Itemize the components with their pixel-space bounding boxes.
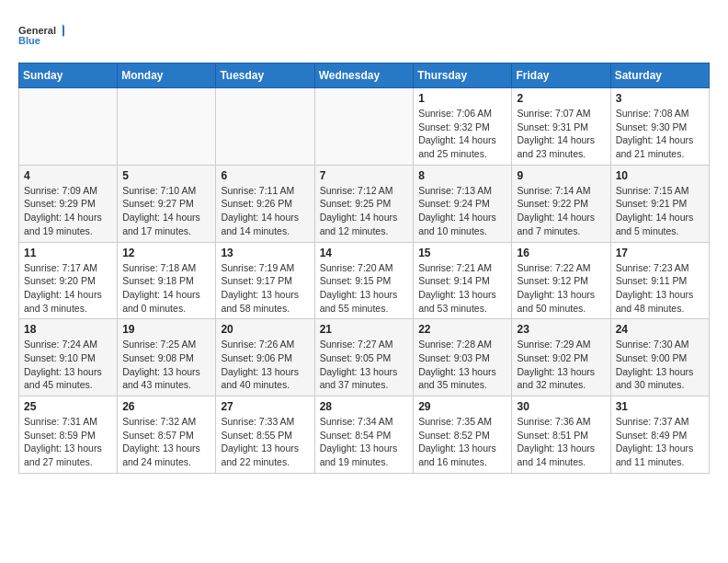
page-header: General Blue: [18, 18, 710, 55]
weekday-header-sunday: Sunday: [19, 63, 118, 88]
day-info: Sunrise: 7:08 AMSunset: 9:30 PMDaylight:…: [616, 107, 704, 161]
weekday-header-row: SundayMondayTuesdayWednesdayThursdayFrid…: [19, 63, 710, 88]
calendar-week-5: 25Sunrise: 7:31 AMSunset: 8:59 PMDayligh…: [19, 396, 710, 474]
day-number: 26: [122, 400, 210, 413]
day-number: 30: [517, 400, 605, 413]
calendar-cell: 9Sunrise: 7:14 AMSunset: 9:22 PMDaylight…: [512, 165, 610, 242]
weekday-header-monday: Monday: [118, 63, 216, 88]
calendar-week-1: 1Sunrise: 7:06 AMSunset: 9:32 PMDaylight…: [19, 88, 710, 166]
calendar-cell: 20Sunrise: 7:26 AMSunset: 9:06 PMDayligh…: [216, 319, 314, 396]
day-info: Sunrise: 7:14 AMSunset: 9:22 PMDaylight:…: [517, 184, 605, 238]
day-info: Sunrise: 7:26 AMSunset: 9:06 PMDaylight:…: [221, 338, 309, 392]
calendar-cell: [118, 88, 216, 166]
weekday-header-thursday: Thursday: [414, 63, 512, 88]
day-number: 9: [517, 169, 605, 182]
day-info: Sunrise: 7:07 AMSunset: 9:31 PMDaylight:…: [517, 107, 605, 161]
day-info: Sunrise: 7:29 AMSunset: 9:02 PMDaylight:…: [517, 338, 605, 392]
day-info: Sunrise: 7:24 AMSunset: 9:10 PMDaylight:…: [24, 338, 112, 392]
day-info: Sunrise: 7:37 AMSunset: 8:49 PMDaylight:…: [616, 415, 704, 469]
day-number: 12: [122, 247, 210, 259]
weekday-header-wednesday: Wednesday: [314, 63, 414, 88]
calendar-cell: 2Sunrise: 7:07 AMSunset: 9:31 PMDaylight…: [512, 88, 610, 166]
calendar-cell: 22Sunrise: 7:28 AMSunset: 9:03 PMDayligh…: [414, 319, 512, 396]
day-info: Sunrise: 7:34 AMSunset: 8:54 PMDaylight:…: [320, 415, 409, 469]
day-info: Sunrise: 7:33 AMSunset: 8:55 PMDaylight:…: [221, 415, 309, 469]
day-number: 22: [418, 323, 506, 336]
day-info: Sunrise: 7:19 AMSunset: 9:17 PMDaylight:…: [221, 261, 309, 316]
day-number: 1: [418, 92, 506, 105]
calendar-cell: 13Sunrise: 7:19 AMSunset: 9:17 PMDayligh…: [216, 242, 314, 319]
day-info: Sunrise: 7:23 AMSunset: 9:11 PMDaylight:…: [616, 261, 704, 316]
day-info: Sunrise: 7:06 AMSunset: 9:32 PMDaylight:…: [418, 107, 506, 161]
calendar: SundayMondayTuesdayWednesdayThursdayFrid…: [18, 63, 710, 474]
calendar-cell: 26Sunrise: 7:32 AMSunset: 8:57 PMDayligh…: [118, 396, 216, 474]
day-info: Sunrise: 7:18 AMSunset: 9:18 PMDaylight:…: [122, 261, 210, 316]
day-number: 28: [320, 400, 409, 413]
day-number: 31: [616, 400, 704, 413]
day-number: 29: [418, 400, 506, 413]
calendar-cell: [19, 88, 118, 166]
svg-text:General: General: [18, 25, 56, 36]
day-number: 17: [616, 247, 704, 259]
calendar-cell: 28Sunrise: 7:34 AMSunset: 8:54 PMDayligh…: [314, 396, 414, 474]
day-info: Sunrise: 7:27 AMSunset: 9:05 PMDaylight:…: [320, 338, 409, 392]
calendar-cell: 5Sunrise: 7:10 AMSunset: 9:27 PMDaylight…: [118, 165, 216, 242]
weekday-header-friday: Friday: [512, 63, 610, 88]
day-number: 2: [517, 92, 605, 105]
day-info: Sunrise: 7:31 AMSunset: 8:59 PMDaylight:…: [24, 415, 112, 469]
day-number: 8: [418, 169, 506, 182]
day-info: Sunrise: 7:28 AMSunset: 9:03 PMDaylight:…: [418, 338, 506, 392]
day-info: Sunrise: 7:36 AMSunset: 8:51 PMDaylight:…: [517, 415, 605, 469]
day-number: 21: [320, 323, 409, 336]
day-info: Sunrise: 7:12 AMSunset: 9:25 PMDaylight:…: [320, 184, 409, 238]
day-number: 10: [616, 169, 704, 182]
calendar-cell: 29Sunrise: 7:35 AMSunset: 8:52 PMDayligh…: [414, 396, 512, 474]
day-number: 15: [418, 247, 506, 259]
calendar-cell: 31Sunrise: 7:37 AMSunset: 8:49 PMDayligh…: [610, 396, 709, 474]
day-info: Sunrise: 7:22 AMSunset: 9:12 PMDaylight:…: [517, 261, 605, 316]
calendar-cell: 16Sunrise: 7:22 AMSunset: 9:12 PMDayligh…: [512, 242, 610, 319]
day-number: 19: [122, 323, 210, 336]
logo: General Blue: [18, 18, 64, 55]
calendar-cell: 24Sunrise: 7:30 AMSunset: 9:00 PMDayligh…: [610, 319, 709, 396]
day-number: 14: [320, 247, 409, 259]
day-number: 5: [122, 169, 210, 182]
day-number: 16: [517, 247, 605, 259]
calendar-cell: 15Sunrise: 7:21 AMSunset: 9:14 PMDayligh…: [414, 242, 512, 319]
calendar-week-2: 4Sunrise: 7:09 AMSunset: 9:29 PMDaylight…: [19, 165, 710, 242]
calendar-cell: 18Sunrise: 7:24 AMSunset: 9:10 PMDayligh…: [19, 319, 118, 396]
calendar-body: 1Sunrise: 7:06 AMSunset: 9:32 PMDaylight…: [19, 88, 710, 474]
calendar-cell: 11Sunrise: 7:17 AMSunset: 9:20 PMDayligh…: [19, 242, 118, 319]
calendar-cell: 25Sunrise: 7:31 AMSunset: 8:59 PMDayligh…: [19, 396, 118, 474]
calendar-week-4: 18Sunrise: 7:24 AMSunset: 9:10 PMDayligh…: [19, 319, 710, 396]
day-number: 6: [221, 169, 309, 182]
calendar-cell: 3Sunrise: 7:08 AMSunset: 9:30 PMDaylight…: [610, 88, 709, 166]
calendar-cell: 17Sunrise: 7:23 AMSunset: 9:11 PMDayligh…: [610, 242, 709, 319]
day-number: 13: [221, 247, 309, 259]
calendar-cell: 14Sunrise: 7:20 AMSunset: 9:15 PMDayligh…: [314, 242, 414, 319]
day-info: Sunrise: 7:09 AMSunset: 9:29 PMDaylight:…: [24, 184, 112, 238]
day-number: 23: [517, 323, 605, 336]
calendar-cell: 6Sunrise: 7:11 AMSunset: 9:26 PMDaylight…: [216, 165, 314, 242]
calendar-cell: 12Sunrise: 7:18 AMSunset: 9:18 PMDayligh…: [118, 242, 216, 319]
calendar-cell: [314, 88, 414, 166]
day-number: 20: [221, 323, 309, 336]
day-number: 25: [24, 400, 112, 413]
calendar-cell: 1Sunrise: 7:06 AMSunset: 9:32 PMDaylight…: [414, 88, 512, 166]
day-number: 18: [24, 323, 112, 336]
calendar-cell: 10Sunrise: 7:15 AMSunset: 9:21 PMDayligh…: [610, 165, 709, 242]
day-info: Sunrise: 7:17 AMSunset: 9:20 PMDaylight:…: [24, 261, 112, 316]
day-info: Sunrise: 7:30 AMSunset: 9:00 PMDaylight:…: [616, 338, 704, 392]
calendar-week-3: 11Sunrise: 7:17 AMSunset: 9:20 PMDayligh…: [19, 242, 710, 319]
svg-text:Blue: Blue: [18, 35, 40, 46]
calendar-cell: 8Sunrise: 7:13 AMSunset: 9:24 PMDaylight…: [414, 165, 512, 242]
day-number: 24: [616, 323, 704, 336]
calendar-cell: 4Sunrise: 7:09 AMSunset: 9:29 PMDaylight…: [19, 165, 118, 242]
logo-svg: General Blue: [18, 18, 64, 55]
weekday-header-tuesday: Tuesday: [216, 63, 314, 88]
day-info: Sunrise: 7:15 AMSunset: 9:21 PMDaylight:…: [616, 184, 704, 238]
calendar-cell: 30Sunrise: 7:36 AMSunset: 8:51 PMDayligh…: [512, 396, 610, 474]
weekday-header-saturday: Saturday: [610, 63, 709, 88]
day-info: Sunrise: 7:11 AMSunset: 9:26 PMDaylight:…: [221, 184, 309, 238]
day-info: Sunrise: 7:35 AMSunset: 8:52 PMDaylight:…: [418, 415, 506, 469]
